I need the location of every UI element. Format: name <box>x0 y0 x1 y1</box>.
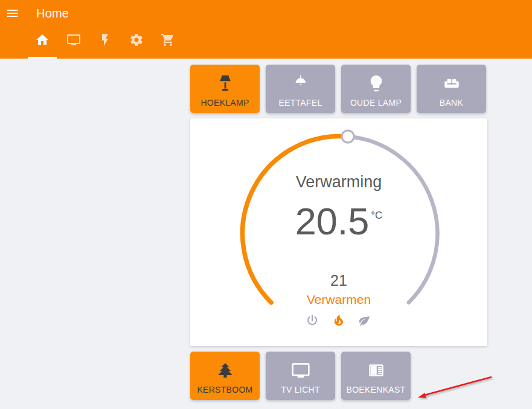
hvac-action-label: Verwarmen <box>190 292 487 307</box>
tile-label: BOEKENKAST <box>347 385 406 395</box>
top-toolbar: Home <box>0 0 532 27</box>
tv-icon <box>290 361 311 380</box>
tile-label: EETTAFEL <box>278 98 322 108</box>
tile-label: HOEKLAMP <box>200 98 249 108</box>
tile-boekenkast[interactable]: BOEKENKAST <box>341 352 411 400</box>
television-icon <box>66 33 81 47</box>
tab-home[interactable] <box>28 27 57 59</box>
mode-off-button[interactable] <box>305 313 319 327</box>
tile-bank[interactable]: BANK <box>417 65 486 113</box>
tile-tv-licht[interactable]: TV LICHT <box>266 352 335 400</box>
thermostat-name: Verwarming <box>190 173 487 192</box>
target-temperature: 21 <box>190 272 487 289</box>
hvac-mode-row <box>190 313 487 327</box>
thermostat-card: Verwarming 20.5°C 21 Verwarmen <box>190 118 487 346</box>
leaf-icon <box>358 314 371 327</box>
tile-kerstboom[interactable]: KERSTBOOM <box>190 352 260 400</box>
tile-hoeklamp[interactable]: HOEKLAMP <box>190 65 260 113</box>
tile-label: KERSTBOOM <box>197 385 252 395</box>
cart-icon <box>161 33 175 47</box>
menu-icon <box>5 6 20 21</box>
tile-eettafel[interactable]: EETTAFEL <box>266 65 335 113</box>
hamburger-menu-button[interactable] <box>4 4 22 22</box>
tile-label: BANK <box>440 98 463 108</box>
red-annotation-arrow <box>408 369 532 406</box>
flash-icon <box>98 33 112 47</box>
page-title: Home <box>36 7 69 21</box>
mode-heat-button[interactable] <box>332 313 346 327</box>
tab-shopping[interactable] <box>153 27 182 59</box>
tab-settings[interactable] <box>122 27 151 59</box>
tile-label: OUDE LAMP <box>350 98 402 108</box>
tile-label: TV LICHT <box>281 385 320 395</box>
sofa-icon <box>441 74 462 93</box>
app-header: Home <box>0 0 532 59</box>
gear-icon <box>129 33 144 47</box>
tab-media[interactable] <box>59 27 88 59</box>
bookshelf-icon <box>366 361 386 380</box>
scene-switch-row: KERSTBOOM TV LICHT BOEKENKAST <box>190 352 411 400</box>
power-icon <box>305 313 319 327</box>
current-temperature: 20.5°C <box>190 199 487 243</box>
home-icon <box>35 33 50 47</box>
fire-icon <box>332 313 346 327</box>
tab-energy[interactable] <box>91 27 120 59</box>
view-tabs <box>0 27 532 59</box>
pine-tree-icon <box>215 361 236 380</box>
pendant-light-icon <box>290 74 311 93</box>
light-switch-row: HOEKLAMP EETTAFEL OUDE LAMP BANK <box>190 65 486 113</box>
temperature-unit: °C <box>371 210 382 222</box>
dial-handle[interactable] <box>342 130 354 143</box>
lightbulb-icon <box>366 74 386 93</box>
floor-lamp-icon <box>215 74 236 93</box>
mode-eco-button[interactable] <box>358 313 373 327</box>
tile-oude-lamp[interactable]: OUDE LAMP <box>341 65 411 113</box>
